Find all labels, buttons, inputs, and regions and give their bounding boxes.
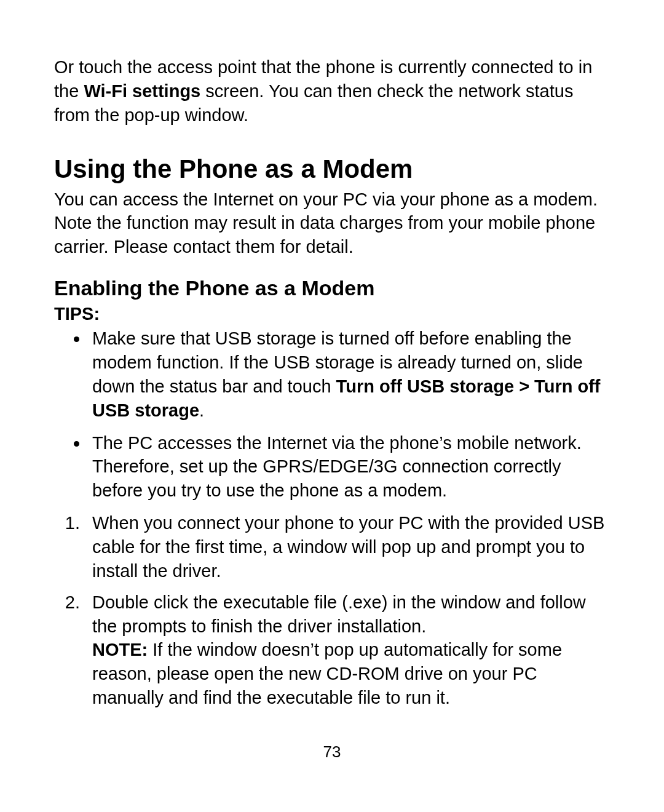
page-number: 73: [0, 742, 664, 762]
list-item: Double click the executable file (.exe) …: [85, 591, 610, 710]
note-body: If the window doesn’t pop up automatical…: [92, 640, 562, 707]
steps-list: When you connect your phone to your PC w…: [54, 511, 610, 710]
heading-2: Enabling the Phone as a Modem: [54, 276, 610, 300]
tips-list: Make sure that USB storage is turned off…: [54, 327, 610, 503]
intro-bold: Wi-Fi settings: [84, 81, 200, 101]
document-page: Or touch the access point that the phone…: [0, 0, 664, 812]
heading-1-body: You can access the Internet on your PC v…: [54, 188, 610, 260]
tip-text-2: .: [199, 400, 204, 420]
list-item: When you connect your phone to your PC w…: [85, 511, 610, 583]
intro-paragraph: Or touch the access point that the phone…: [54, 55, 610, 127]
step-note: NOTE: If the window doesn’t pop up autom…: [92, 638, 610, 710]
step-body: Double click the executable file (.exe) …: [92, 591, 610, 639]
heading-1: Using the Phone as a Modem: [54, 154, 610, 184]
list-item: The PC accesses the Internet via the pho…: [89, 431, 610, 503]
note-label: NOTE:: [92, 640, 148, 659]
step-body: When you connect your phone to your PC w…: [92, 513, 604, 581]
tip-text-1: The PC accesses the Internet via the pho…: [92, 433, 582, 501]
list-item: Make sure that USB storage is turned off…: [89, 327, 610, 422]
tips-label: TIPS:: [54, 304, 610, 324]
